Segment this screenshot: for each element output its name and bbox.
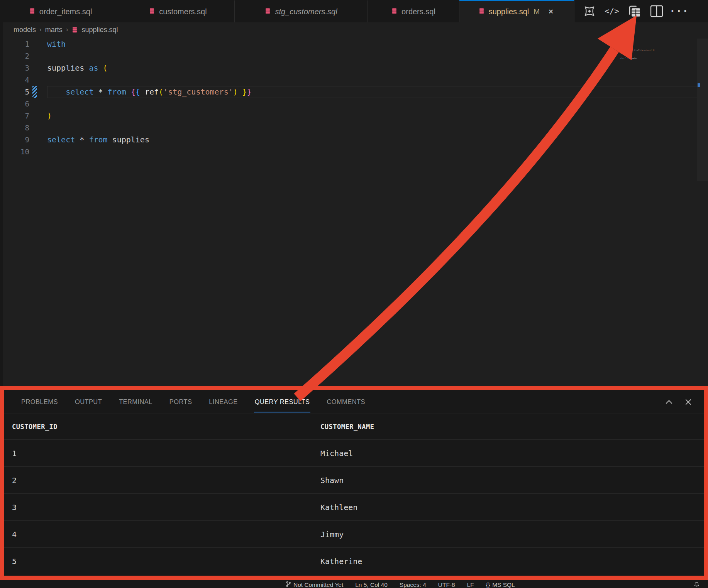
panel-actions: [664, 390, 693, 414]
line-number: 1: [3, 38, 29, 50]
panel-tab-terminal[interactable]: TERMINAL: [118, 391, 153, 412]
tabs-wrap: order_items.sqlcustomers.sqlstg_customer…: [0, 0, 574, 22]
indent-guide: [48, 74, 48, 98]
status-item-not-committed-yet[interactable]: Not Committed Yet: [286, 581, 343, 588]
table-cell: Michael: [313, 449, 704, 458]
breadcrumb-separator: ›: [66, 26, 68, 34]
status-item-ln-5-col-40[interactable]: Ln 5, Col 40: [355, 581, 388, 588]
minimap[interactable]: 1with23supplies as (45 select * from {{ …: [612, 41, 695, 79]
status-item-ms-sql[interactable]: {}MS SQL: [486, 581, 515, 588]
code-icon: </>: [605, 7, 619, 16]
tab-supplies.sql[interactable]: supplies.sqlM✕: [459, 0, 574, 22]
table-cell: Katherine: [313, 557, 704, 566]
line-number: 8: [3, 122, 29, 134]
breadcrumb-file[interactable]: supplies.sql: [81, 26, 118, 34]
panel-tab-problems[interactable]: PROBLEMS: [20, 391, 59, 412]
status-label: Ln 5, Col 40: [355, 581, 388, 588]
database-icon: [478, 7, 485, 16]
code-text: with: [47, 38, 66, 50]
table-cell: Shawn: [313, 476, 704, 485]
line-number: 10: [3, 146, 29, 158]
panel-tab-lineage[interactable]: LINEAGE: [208, 391, 238, 412]
code-text: select * from {{ ref('stg_customers') }}: [620, 49, 654, 51]
database-icon: [29, 7, 36, 16]
code-editor[interactable]: 1with23supplies as (45 select * from {{ …: [3, 37, 708, 386]
gutter: [32, 38, 37, 50]
table-row: 2Shawn: [4, 466, 704, 493]
close-tab-icon[interactable]: ✕: [547, 7, 555, 17]
more-actions-icon: ···: [669, 5, 689, 17]
close-icon[interactable]: [684, 397, 693, 407]
status-item-utf-8[interactable]: UTF-8: [438, 581, 455, 588]
column-header-customer_id: CUSTOMER_ID: [4, 423, 313, 431]
tab-label: stg_customers.sql: [275, 7, 337, 16]
breadcrumb-segment-marts[interactable]: marts: [45, 26, 63, 34]
tab-order_items.sql[interactable]: order_items.sql: [0, 0, 121, 22]
status-label: Not Committed Yet: [293, 581, 343, 588]
tab-label: supplies.sql: [489, 7, 529, 16]
editor-tab-bar: order_items.sqlcustomers.sqlstg_customer…: [0, 0, 708, 22]
code-line-7: 7): [3, 110, 708, 122]
code-lines: 1with23supplies as (45 select * from {{ …: [612, 41, 627, 61]
database-icon: [149, 7, 155, 16]
status-item-spaces-4[interactable]: Spaces: 4: [400, 581, 426, 588]
panel-tab-output[interactable]: OUTPUT: [74, 391, 103, 412]
breadcrumb: models›marts›supplies.sql: [3, 22, 708, 37]
table-cell: 2: [4, 476, 313, 485]
code-line-2: 2: [3, 50, 708, 62]
panel-tab-ports[interactable]: PORTS: [169, 391, 193, 412]
panel-header: PROBLEMSOUTPUTTERMINALPORTSLINEAGEQUERY …: [4, 390, 704, 414]
sidebar-edge: [0, 0, 3, 386]
code-text: select * from supplies: [620, 57, 637, 59]
modified-badge: M: [534, 7, 540, 16]
table-cell: 5: [4, 557, 313, 566]
line-number: 7: [3, 110, 29, 122]
code-text: select * from supplies: [47, 134, 149, 146]
tab-customers.sql[interactable]: customers.sql: [121, 0, 235, 22]
gutter: [32, 98, 37, 110]
status-item-lf[interactable]: LF: [467, 581, 474, 588]
database-icon: [391, 7, 398, 16]
editor-scrollbar[interactable]: [697, 39, 708, 181]
table-row: 5Katherine: [4, 547, 704, 574]
split-editor-icon[interactable]: [647, 0, 666, 22]
breadcrumb-segment-models[interactable]: models: [14, 26, 36, 34]
gutter: [32, 50, 37, 62]
table-row: 1Michael: [4, 439, 704, 466]
code-line-1: 1with: [3, 38, 708, 50]
editor-actions: </>···: [580, 0, 689, 22]
tab-orders.sql[interactable]: orders.sql: [368, 0, 459, 22]
more-actions-icon[interactable]: ···: [669, 0, 689, 22]
panel-tabs: PROBLEMSOUTPUTTERMINALPORTSLINEAGEQUERY …: [20, 391, 381, 412]
code-line-10: 10: [612, 59, 627, 61]
query-results-icon[interactable]: [625, 0, 644, 22]
database-icon: [71, 27, 78, 33]
line-number: 6: [3, 98, 29, 110]
annotation-highlight-box: PROBLEMSOUTPUTTERMINALPORTSLINEAGEQUERY …: [0, 386, 708, 580]
line-number: 4: [3, 74, 29, 86]
dbt-icon[interactable]: [580, 0, 599, 22]
bell-icon[interactable]: [694, 581, 700, 588]
gutter: [32, 62, 37, 74]
code-line-3: 3supplies as (: [3, 62, 708, 74]
code-icon[interactable]: </>: [602, 0, 622, 22]
status-bar: Not Committed YetLn 5, Col 40Spaces: 4UT…: [0, 580, 708, 588]
code-line-10: 10: [3, 146, 708, 158]
panel-tab-comments[interactable]: COMMENTS: [326, 391, 366, 412]
tab-stg_customers.sql[interactable]: stg_customers.sql: [235, 0, 368, 22]
code-text: with: [620, 41, 623, 43]
status-label: LF: [467, 581, 474, 588]
chevron-up-icon[interactable]: [664, 397, 674, 407]
code-line-9: 9select * from supplies: [3, 134, 708, 146]
tab-label: order_items.sql: [39, 7, 92, 16]
status-label: UTF-8: [438, 581, 455, 588]
results-table-header: CUSTOMER_IDCUSTOMER_NAME: [4, 414, 704, 439]
panel-tab-query-results[interactable]: QUERY RESULTS: [254, 391, 311, 412]
breadcrumb-separator: ›: [39, 26, 42, 34]
git-modified-marker: [32, 86, 37, 98]
table-cell: Jimmy: [313, 530, 704, 539]
table-row: 3Kathleen: [4, 493, 704, 520]
table-cell: Kathleen: [313, 503, 704, 512]
line-number: 5: [3, 86, 29, 98]
overview-ruler-modified-marker: [698, 83, 700, 87]
